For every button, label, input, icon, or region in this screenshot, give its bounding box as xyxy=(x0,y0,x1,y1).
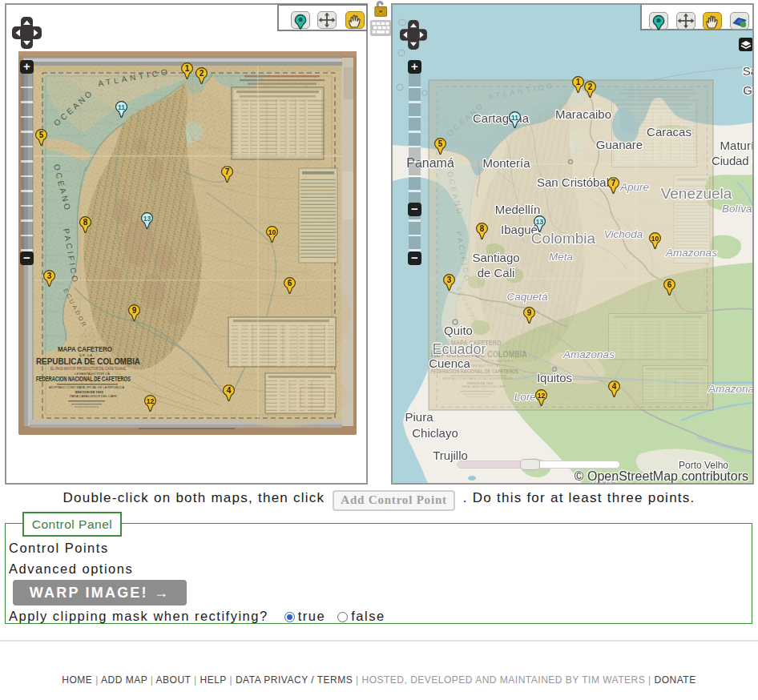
svg-text:5: 5 xyxy=(39,130,44,139)
svg-text:10: 10 xyxy=(651,235,659,243)
svg-text:9: 9 xyxy=(131,305,136,314)
svg-text:10: 10 xyxy=(268,228,276,236)
svg-text:Chiclayo: Chiclayo xyxy=(412,426,458,440)
svg-text:Caracas: Caracas xyxy=(647,125,691,139)
svg-text:1: 1 xyxy=(575,78,580,86)
svg-text:Piura: Piura xyxy=(405,410,433,424)
svg-text:REPUBLICA DE COLOMBIA: REPUBLICA DE COLOMBIA xyxy=(36,356,140,366)
svg-text:EL PAIS MAYOR PRODUCTOR DE CAF: EL PAIS MAYOR PRODUCTOR DE CAFE SUAVE xyxy=(50,367,126,371)
svg-text:Amazonas: Amazonas xyxy=(708,383,752,395)
svg-text:Amazonas: Amazonas xyxy=(562,348,615,360)
svg-text:Quito: Quito xyxy=(444,324,473,337)
svg-text:2: 2 xyxy=(587,82,592,91)
svg-text:Caquetá: Caquetá xyxy=(506,291,548,303)
svg-text:6: 6 xyxy=(667,280,671,289)
svg-text:PARA CABALLEROS DEL CAFE: PARA CABALLEROS DEL CAFE xyxy=(70,394,117,398)
svg-text:Sa: Sa xyxy=(743,64,752,78)
svg-text:Meta: Meta xyxy=(549,251,574,263)
svg-text:8: 8 xyxy=(83,218,87,227)
svg-text:G: G xyxy=(743,83,752,97)
svg-text:3: 3 xyxy=(47,272,52,280)
svg-text:Montería: Montería xyxy=(482,156,530,170)
svg-text:FEDERACION NACIONAL DE CAFETER: FEDERACION NACIONAL DE CAFETEROS xyxy=(36,375,131,383)
svg-text:Ciudad Gu: Ciudad Gu xyxy=(712,154,752,167)
svg-text:Bolívar: Bolívar xyxy=(722,203,752,215)
svg-text:4: 4 xyxy=(611,382,616,391)
svg-text:7: 7 xyxy=(224,167,229,176)
svg-text:13: 13 xyxy=(535,218,543,226)
svg-text:Maracaibo: Maracaibo xyxy=(555,107,611,121)
svg-text:Cuenca: Cuenca xyxy=(429,356,470,370)
svg-text:11: 11 xyxy=(118,103,125,111)
svg-text:1: 1 xyxy=(185,63,190,72)
svg-text:8: 8 xyxy=(479,224,484,233)
svg-text:11: 11 xyxy=(511,114,518,122)
svg-text:de Cali: de Cali xyxy=(478,266,515,280)
svg-text:3: 3 xyxy=(446,276,451,284)
svg-text:Guanare: Guanare xyxy=(596,138,643,151)
svg-text:5: 5 xyxy=(437,139,442,148)
svg-text:San Cristóbal: San Cristóbal xyxy=(537,175,609,189)
svg-text:4: 4 xyxy=(227,386,232,395)
svg-text:Amazonas: Amazonas xyxy=(665,247,717,259)
svg-text:6: 6 xyxy=(288,279,292,288)
svg-text:13: 13 xyxy=(143,215,151,223)
svg-text:Maturín: Maturín xyxy=(720,139,752,152)
svg-text:Medellín: Medellín xyxy=(495,203,541,216)
svg-text:Ecuador: Ecuador xyxy=(432,341,486,357)
svg-text:2: 2 xyxy=(200,69,204,78)
svg-text:Apure: Apure xyxy=(619,181,649,193)
svg-text:Vichoda: Vichoda xyxy=(604,228,643,240)
svg-text:MAPA CAFETERO: MAPA CAFETERO xyxy=(58,344,112,353)
svg-text:9: 9 xyxy=(526,308,531,317)
svg-text:7: 7 xyxy=(611,179,615,187)
svg-text:Cartagena: Cartagena xyxy=(473,111,530,125)
svg-text:12: 12 xyxy=(147,397,155,405)
svg-text:ADOPTADO COMO MAPA OFICIAL DE: ADOPTADO COMO MAPA OFICIAL DE LA REPUBLI… xyxy=(49,385,124,389)
svg-text:Santiago: Santiago xyxy=(472,251,519,264)
svg-text:12: 12 xyxy=(537,392,545,400)
svg-text:Iquitos: Iquitos xyxy=(537,371,572,384)
svg-text:Venezuela: Venezuela xyxy=(661,185,732,202)
